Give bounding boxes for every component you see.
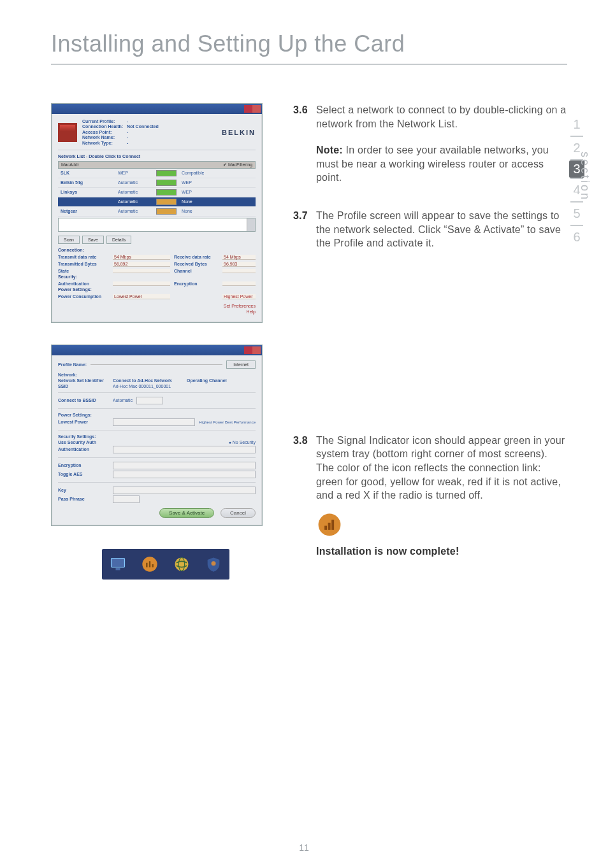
field-label: Operating Channel [187, 378, 227, 383]
field-label: Authentication [58, 281, 109, 286]
network-row[interactable]: Belkin 54g Automatic WEP [58, 178, 256, 188]
network-list-title: Network List - Double Click to Connect [58, 154, 256, 159]
field-label: Received Bytes [174, 262, 219, 266]
network-list-header: MacAddr ✔ MacFiltering [58, 161, 256, 169]
security-section: Security: [58, 274, 256, 279]
field-label: Pass Phrase [58, 497, 109, 501]
info-value: - [127, 141, 128, 146]
section-num-5: 5 [568, 203, 585, 225]
field-value [222, 281, 256, 286]
field-label: SSID [58, 384, 109, 388]
power-section: Power Settings: [58, 413, 256, 417]
svg-point-5 [212, 561, 216, 566]
power-section: Power Settings: [58, 287, 256, 292]
screenshot-edit-profile: Profile Name: Internet Network: Network … [51, 345, 263, 526]
field-value [113, 269, 170, 273]
scan-button[interactable]: Scan [58, 236, 80, 244]
field-value: Automatic [113, 398, 133, 402]
field-label: Authentication [58, 447, 109, 452]
field-label: Highest Power Best Performance [199, 420, 256, 424]
internet-button[interactable]: Internet [226, 360, 256, 369]
installation-complete: Installation is now complete! [316, 544, 567, 559]
signal-indicator-icon [316, 511, 343, 538]
field-label: Use Security Auth [58, 440, 109, 445]
field-label: Channel [174, 269, 219, 273]
step-text: The Profile screen will appear to save t… [316, 210, 561, 248]
step-3-6: 3.6 Select a network to connect to by do… [293, 103, 567, 185]
field-label: Transmit data rate [58, 255, 109, 259]
col-header: MacFiltering [228, 162, 252, 167]
save-button[interactable]: Save [82, 236, 104, 244]
info-value: Not Connected [127, 124, 159, 129]
col-header: MacAddr [61, 162, 79, 167]
info-value: - [127, 135, 128, 140]
section-nav: section 1 2 3 4 5 6 [567, 113, 586, 248]
step-3-8: 3.8 The Signal Indicator icon should app… [293, 434, 567, 559]
info-label: Network Name: [82, 135, 127, 140]
field-label: Lowest Power [58, 420, 109, 424]
screenshot-client-utility: Current Profile:- Connection Health:Not … [51, 103, 263, 323]
network-row[interactable]: Linksys Automatic WEP [58, 188, 256, 197]
svg-rect-9 [331, 520, 334, 530]
field-label: Network Set Identifier [58, 378, 109, 383]
section-num-6: 6 [568, 226, 585, 248]
monitor-icon [107, 553, 129, 575]
field-value: 54 Mbps [222, 255, 256, 260]
field-label: Toggle AES [58, 472, 109, 476]
step-3-7: 3.7 The Profile screen will appear to sa… [293, 209, 567, 250]
note-text: In order to see your available networks,… [316, 145, 549, 183]
svg-rect-1 [116, 568, 120, 571]
field-value [222, 269, 256, 273]
field-value: 56,892 [113, 262, 170, 267]
field-value: Ad-Hoc Mac 000011_000001 [113, 384, 171, 388]
systray-icons [102, 549, 229, 580]
info-label: Network Type: [82, 141, 127, 146]
network-row[interactable]: SLK WEP Compatible [58, 169, 256, 178]
network-row-selected[interactable]: Automatic None [58, 197, 256, 207]
svg-point-3 [175, 557, 189, 571]
field-label: Connect to BSSID [58, 398, 109, 402]
info-label: Current Profile: [82, 119, 127, 124]
svg-rect-0 [112, 559, 125, 567]
save-activate-button[interactable]: Save & Activate [159, 508, 214, 518]
info-label: Connection Health: [82, 124, 127, 129]
svg-rect-8 [328, 523, 331, 530]
field-value: Highest Power [222, 294, 256, 299]
field-label: Key [58, 488, 109, 492]
step-text: Select a network to connect to by double… [316, 104, 566, 129]
network-section: Network: [58, 373, 256, 377]
network-row[interactable]: Netgear Automatic None [58, 207, 256, 217]
page-title: Installing and Setting Up the Card [51, 31, 567, 57]
note-label: Note: [316, 145, 343, 155]
page-number: 11 [0, 843, 608, 853]
field-label: Encryption [174, 281, 219, 286]
field-value [113, 281, 170, 286]
title-rule [51, 64, 567, 65]
field-value: 96,983 [222, 262, 256, 267]
field-label: Encryption [58, 463, 109, 467]
section-num-1: 1 [568, 113, 585, 136]
info-label: Access Point: [82, 130, 127, 135]
info-value: - [127, 119, 128, 124]
security-section: Security Settings: [58, 434, 256, 439]
belkin-logo-icon [58, 123, 77, 142]
field-label: Receive data rate [174, 255, 219, 259]
globe-icon [171, 553, 192, 575]
connection-section: Connection: [58, 248, 256, 252]
brand-text: BELKIN [222, 129, 256, 136]
footer-link[interactable]: Set Preferences [224, 304, 256, 308]
svg-rect-7 [324, 525, 327, 529]
network-list-scroll[interactable] [58, 218, 256, 232]
field-value: 54 Mbps [113, 255, 170, 260]
details-button[interactable]: Details [106, 236, 131, 244]
field-value: Lowest Power [113, 294, 170, 299]
step-number: 3.7 [293, 209, 316, 250]
section-label: section [578, 152, 591, 201]
cancel-button[interactable]: Cancel [221, 508, 256, 518]
step-number: 3.8 [293, 434, 316, 559]
footer-link[interactable]: Help [247, 309, 256, 314]
shield-icon [203, 553, 224, 575]
profile-name-label: Profile Name: [58, 362, 87, 367]
field-label: State [58, 269, 109, 273]
window-titlebar [52, 104, 262, 114]
